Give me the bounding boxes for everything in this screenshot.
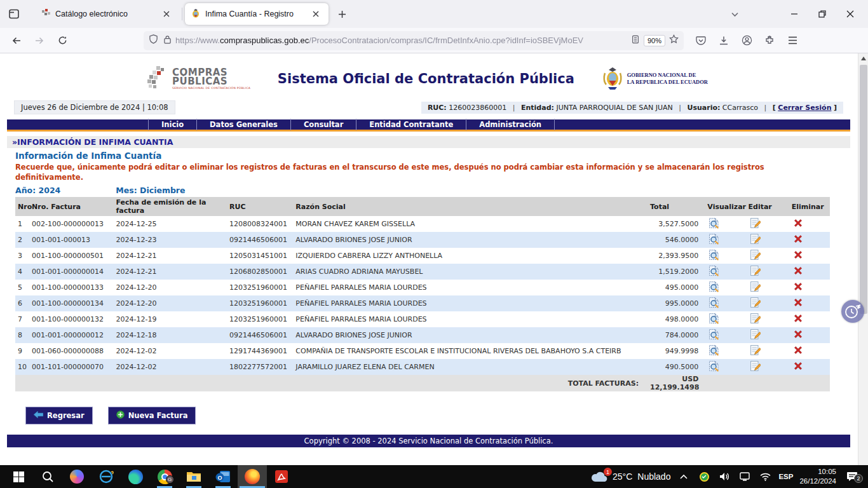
logout-link[interactable]: Cerrar Sesión: [778, 104, 831, 112]
visualizar-icon[interactable]: [709, 270, 719, 278]
visualizar-icon[interactable]: [709, 318, 719, 326]
visualizar-icon[interactable]: [709, 349, 719, 358]
usuario-value: CCarrasco: [722, 104, 758, 112]
clock[interactable]: 10:05 26/12/2024: [799, 467, 836, 486]
wifi-icon[interactable]: [758, 473, 772, 481]
antivirus-icon[interactable]: [697, 472, 711, 482]
visualizar-icon[interactable]: [709, 302, 719, 310]
firefox-view-icon[interactable]: [4, 4, 24, 24]
editar-icon[interactable]: [750, 238, 761, 247]
chrome-icon[interactable]: G: [150, 465, 179, 488]
pocket-icon[interactable]: [691, 31, 710, 50]
eliminar-icon[interactable]: [793, 254, 803, 262]
close-button[interactable]: [836, 3, 864, 25]
notification-center-icon[interactable]: 2: [843, 471, 862, 482]
eliminar-icon[interactable]: [793, 349, 803, 357]
tab-catalogo[interactable]: Catálogo electrónico: [36, 3, 179, 25]
copilot-icon[interactable]: [62, 465, 92, 488]
screen-timer-widget[interactable]: [841, 300, 864, 323]
eliminar-icon[interactable]: [793, 222, 803, 230]
cell-ruc: 0921446506001: [227, 327, 293, 343]
back-button[interactable]: [6, 30, 27, 51]
editar-icon[interactable]: [750, 334, 761, 342]
table-row: 2001-001-0000132024-12-230921446506001AL…: [15, 232, 830, 248]
start-button[interactable]: [4, 465, 33, 488]
eliminar-icon[interactable]: [793, 269, 803, 278]
nav-consultar[interactable]: Consultar: [291, 119, 356, 130]
editar-icon[interactable]: [750, 286, 761, 294]
editar-icon[interactable]: [750, 318, 761, 326]
weather-widget[interactable]: 1 25°C Nublado: [591, 471, 670, 482]
editar-icon[interactable]: [750, 270, 761, 278]
eliminar-icon[interactable]: [793, 333, 803, 341]
editar-icon[interactable]: [750, 365, 761, 374]
shield-icon[interactable]: [149, 34, 158, 46]
cell-factura: 001-060-000000088: [29, 343, 113, 359]
visualizar-icon[interactable]: [709, 222, 719, 231]
vertical-scrollbar[interactable]: [858, 53, 868, 465]
tab-list-chevron-icon[interactable]: [721, 3, 749, 25]
cell-total: 784.0000: [648, 327, 705, 343]
eliminar-icon[interactable]: [793, 301, 803, 309]
tray-chevron-up-icon[interactable]: [677, 474, 691, 479]
lock-icon[interactable]: [163, 35, 172, 46]
eliminar-icon[interactable]: [793, 285, 803, 294]
nav-entidad-contratante[interactable]: Entidad Contratante: [356, 119, 466, 130]
nav-inicio[interactable]: Inicio: [148, 119, 197, 130]
reload-button[interactable]: [52, 30, 72, 51]
volume-icon[interactable]: [717, 472, 731, 481]
editar-icon[interactable]: [750, 302, 761, 310]
file-explorer-icon[interactable]: [179, 465, 208, 488]
ecuador-coat-of-arms-icon: [602, 67, 623, 91]
edge-icon[interactable]: [121, 465, 150, 488]
svg-text:O: O: [217, 475, 222, 481]
year-month-row: Año: 2024 Mes: Diciembre: [15, 186, 857, 195]
visualizar-icon[interactable]: [709, 254, 719, 262]
firefox-icon[interactable]: [238, 465, 267, 488]
reader-view-icon[interactable]: [631, 35, 640, 46]
url-text[interactable]: https://www.compraspublicas.gob.ec/Proce…: [175, 36, 631, 45]
outlook-icon[interactable]: O: [208, 465, 238, 488]
nueva-factura-button[interactable]: Nueva Factura: [108, 407, 196, 424]
display-connect-icon[interactable]: [738, 472, 752, 481]
zoom-indicator[interactable]: 90%: [644, 35, 665, 46]
gov-text-line1: GOBIERNO NACIONAL DE: [627, 72, 708, 79]
new-tab-button[interactable]: [332, 4, 351, 24]
downloads-icon[interactable]: [714, 31, 733, 50]
eliminar-icon[interactable]: [793, 365, 803, 373]
forward-button[interactable]: [29, 30, 50, 51]
language-indicator[interactable]: ESP: [778, 473, 793, 480]
tab-infima-cuantia[interactable]: Infima Cuantía - Registro: [185, 3, 329, 25]
acrobat-icon[interactable]: [267, 465, 296, 488]
url-bar[interactable]: https://www.compraspublicas.gob.ec/Proce…: [144, 31, 684, 50]
nav-datos-generales[interactable]: Datos Generales: [197, 119, 291, 130]
visualizar-icon[interactable]: [709, 365, 719, 374]
eliminar-icon[interactable]: [793, 317, 803, 325]
editar-icon[interactable]: [750, 349, 761, 358]
winged-clock-icon: [843, 302, 862, 321]
minimize-button[interactable]: [780, 3, 808, 25]
menu-icon[interactable]: [783, 31, 802, 50]
tab-close-icon[interactable]: [160, 8, 173, 20]
eliminar-icon[interactable]: [793, 238, 803, 246]
restore-button[interactable]: [808, 3, 836, 25]
regresar-button[interactable]: Regresar: [25, 407, 93, 424]
visualizar-icon[interactable]: [709, 334, 719, 342]
scroll-up-icon[interactable]: [861, 57, 866, 60]
cell-factura: 001-100-000000133: [29, 280, 113, 295]
gobierno-logo: GOBIERNO NACIONAL DE LA REPUBLICA DEL EC…: [602, 67, 708, 91]
cell-nro: 5: [15, 280, 29, 295]
editar-icon[interactable]: [750, 222, 761, 231]
editar-icon[interactable]: [750, 254, 761, 262]
bookmark-star-icon[interactable]: [669, 34, 679, 46]
taskbar-search-icon[interactable]: [33, 465, 62, 488]
internet-explorer-icon[interactable]: [92, 465, 121, 488]
account-icon[interactable]: [737, 31, 756, 50]
scrollbar-thumb[interactable]: [860, 65, 867, 314]
cell-razon: ALVARADO BRIONES JOSE JUNIOR: [293, 232, 648, 248]
extensions-icon[interactable]: [760, 31, 779, 50]
tab-close-icon[interactable]: [309, 8, 322, 20]
visualizar-icon[interactable]: [709, 286, 719, 294]
visualizar-icon[interactable]: [709, 238, 719, 247]
nav-administracion[interactable]: Administración: [466, 119, 555, 130]
